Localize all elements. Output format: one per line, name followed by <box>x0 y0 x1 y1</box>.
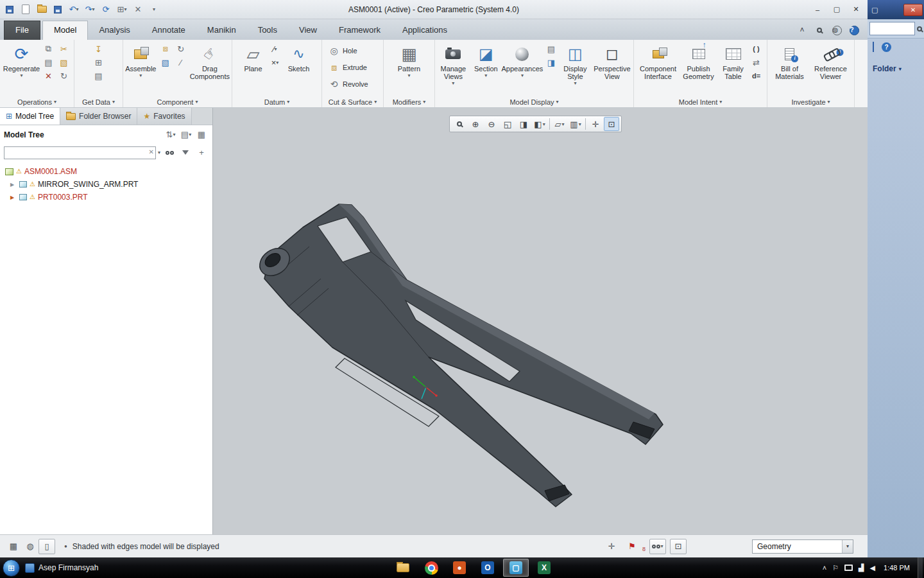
reference-viewer-button[interactable]: i Reference Viewer <box>810 42 851 80</box>
expand-arrow-icon[interactable]: ▶ <box>10 195 17 200</box>
tab-applications[interactable]: Applications <box>391 21 458 40</box>
orient-mode-icon[interactable]: ✛ <box>603 539 620 554</box>
network-icon[interactable]: ▟ <box>859 564 864 572</box>
excel-taskbar-icon[interactable]: X <box>531 559 557 577</box>
chevron-down-icon[interactable]: ▾ <box>842 540 853 553</box>
sketch-button[interactable]: ∿ Sketch <box>284 42 314 73</box>
tree-item-part[interactable]: ▶ ⚠ PRT0003.PRT <box>0 191 212 204</box>
minimize-button[interactable]: – <box>809 3 826 16</box>
assemble-button[interactable]: Assemble ▾ <box>124 42 157 78</box>
help-icon[interactable]: ? <box>882 42 891 52</box>
zoom-in-icon[interactable]: ⊕ <box>468 117 483 131</box>
appearances-button[interactable]: Appearances ▾ <box>502 42 543 78</box>
delete-button[interactable]: ✕ <box>42 69 56 82</box>
customize-qat-button[interactable]: ▾ <box>147 3 161 17</box>
extrude-button[interactable]: ⧈ Extrude <box>323 59 382 76</box>
folder-dropdown[interactable]: Folder ▾ <box>868 55 924 73</box>
view-manager-icon[interactable]: ⊡ <box>604 117 619 131</box>
tab-annotate[interactable]: Annotate <box>141 21 196 40</box>
scale-icon-button[interactable]: ▤ <box>544 42 558 55</box>
drag-components-button[interactable]: ☞ Drag Components <box>189 42 230 80</box>
tab-manikin[interactable]: Manikin <box>196 21 247 40</box>
refit-icon[interactable]: ◱ <box>500 117 515 131</box>
manage-views-button[interactable]: Manage Views ▾ <box>436 42 470 86</box>
tree-columns-icon[interactable]: ▦ <box>194 128 209 141</box>
web-browser-icon[interactable]: ◍ <box>22 539 38 554</box>
tab-file[interactable]: File <box>4 21 40 40</box>
tree-item-assembly[interactable]: ⚠ ASM0001.ASM <box>0 165 212 178</box>
group-label-investigate[interactable]: Investigate ▾ <box>769 96 853 107</box>
regenerate-button[interactable]: ⟳ Regenerate ▾ <box>3 42 40 78</box>
view-manager-status-icon[interactable]: ⊡ <box>670 539 687 554</box>
help-icon[interactable]: ? <box>850 26 859 35</box>
annotation-display-icon[interactable]: ▥▾ <box>568 117 583 131</box>
creo-logo-icon[interactable] <box>3 3 17 17</box>
save-button[interactable] <box>51 3 65 17</box>
orange-app-taskbar-icon[interactable]: ● <box>447 559 472 577</box>
close-button[interactable]: ✕ <box>847 3 865 16</box>
revolve-button[interactable]: ⟲ Revolve <box>323 76 382 92</box>
close-secondary-button[interactable]: ✕ <box>903 4 923 16</box>
clock[interactable]: 1:48 PM <box>881 564 912 572</box>
group-label-component[interactable]: Component ▾ <box>124 96 230 107</box>
expand-arrow-icon[interactable]: ▶ <box>10 182 17 188</box>
collapse-ribbon-icon[interactable]: ˄ <box>796 24 808 36</box>
failure-flag-icon[interactable]: ⚑ <box>624 539 640 554</box>
show-hidden-icons[interactable]: ˄ <box>823 564 826 572</box>
group-label-get-data[interactable]: Get Data ▾ <box>76 96 121 107</box>
perspective-view-button[interactable]: ◻ Perspective View <box>592 42 632 80</box>
regenerate-quick-button[interactable]: ⟳ <box>99 3 113 17</box>
create-component-button[interactable]: ⧈ <box>158 42 173 55</box>
filter-icon[interactable] <box>178 146 193 159</box>
add-rule-icon[interactable]: + <box>194 146 209 159</box>
restore-icon[interactable]: ▢ <box>869 6 878 14</box>
import-button[interactable]: ↧ <box>92 42 106 55</box>
repeat-component-button[interactable]: ↻ <box>174 42 188 55</box>
tab-view[interactable]: View <box>288 21 328 40</box>
search-options-icon[interactable]: ▾ <box>158 150 160 155</box>
group-label-model-display[interactable]: Model Display ▾ <box>436 96 632 107</box>
window-switch-button[interactable]: ⊞▾ <box>115 3 129 17</box>
paste-button[interactable]: ▤ <box>42 56 56 69</box>
cut-button[interactable]: ✂ <box>57 42 71 55</box>
section-button[interactable]: ◪ Section ▾ <box>472 42 501 78</box>
swingarm-model[interactable] <box>213 108 868 534</box>
display-icon[interactable] <box>844 565 853 571</box>
group-label-cut-surface[interactable]: Cut & Surface ▾ <box>323 96 382 107</box>
relations-button[interactable]: d= <box>749 69 764 82</box>
group-label-model-intent[interactable]: Model Intent ▾ <box>635 96 766 107</box>
tree-item-part[interactable]: ▶ ⚠ MIRROR_SWING_ARM.PRT <box>0 178 212 191</box>
axis-button[interactable]: ∕▾ <box>268 42 282 55</box>
chrome-taskbar-icon[interactable] <box>418 559 444 577</box>
point-button[interactable]: ×▾ <box>268 56 282 69</box>
bill-of-materials-button[interactable]: i Bill of Materials <box>771 42 809 80</box>
start-button[interactable]: ⊞ <box>3 559 20 577</box>
show-desktop-button[interactable] <box>918 557 923 578</box>
flexible-component-button[interactable]: ∕ <box>174 56 188 69</box>
tab-framework[interactable]: Framework <box>328 21 391 40</box>
group-label-modifiers[interactable]: Modifiers ▾ <box>385 96 433 107</box>
outlook-taskbar-icon[interactable]: O <box>475 559 501 577</box>
tab-folder-browser[interactable]: Folder Browser <box>60 108 137 125</box>
close-window-button[interactable]: ✕ <box>131 3 145 17</box>
open-file-button[interactable] <box>35 3 49 17</box>
plane-button[interactable]: ▱ Plane <box>240 42 267 73</box>
undo-button[interactable]: ↶▾ <box>67 3 81 17</box>
shrinkwrap-button[interactable]: ▤ <box>92 69 106 82</box>
tab-model[interactable]: Model <box>42 21 88 40</box>
tree-settings-icon[interactable]: ▤▾ <box>179 128 193 141</box>
find-icon[interactable] <box>162 146 176 159</box>
explorer-taskbar-icon[interactable] <box>390 559 416 577</box>
user-defined-feature-button[interactable]: ⊞ <box>92 56 106 69</box>
small-style-button[interactable]: ◨ <box>544 56 558 69</box>
repaint-icon[interactable]: ◨ <box>516 117 531 131</box>
display-style-button[interactable]: ◫ Display Style ▾ <box>560 42 591 86</box>
selection-filter-select[interactable]: Geometry ▾ <box>752 539 853 554</box>
new-file-button[interactable] <box>19 3 33 17</box>
display-style-icon[interactable]: ◧▾ <box>532 117 547 131</box>
tree-search-input[interactable] <box>4 146 156 159</box>
spin-center-icon[interactable]: ✛ <box>588 117 603 131</box>
toggle-tree-columns-icon[interactable]: ▦ <box>5 539 22 554</box>
family-table-button[interactable]: Family Table <box>719 42 748 80</box>
publish-geometry-button[interactable]: ↑ Publish Geometry <box>680 42 717 80</box>
